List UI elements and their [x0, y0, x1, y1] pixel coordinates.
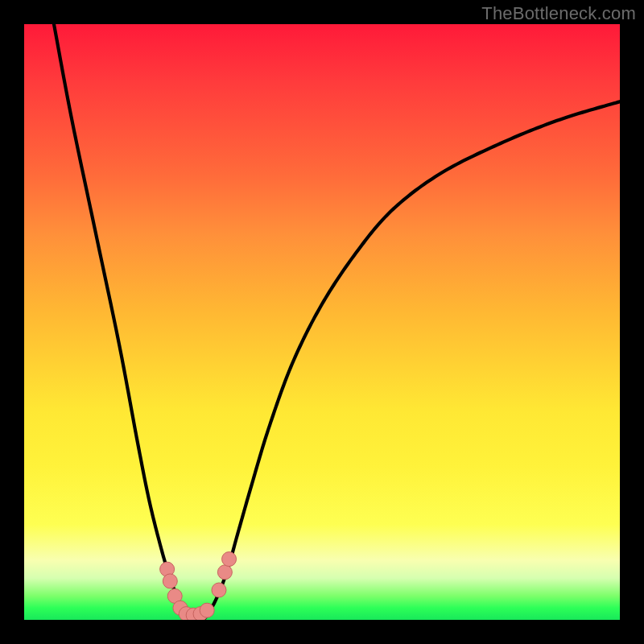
chart-svg	[24, 24, 620, 620]
data-marker	[222, 552, 237, 567]
data-marker	[217, 565, 232, 580]
plot-area	[24, 24, 620, 620]
bottleneck-curve	[54, 24, 620, 620]
marker-group	[160, 552, 237, 620]
data-marker	[200, 603, 214, 617]
chart-frame: TheBottleneck.com	[0, 0, 644, 644]
data-marker	[212, 583, 226, 597]
curve-path	[54, 24, 620, 620]
data-marker	[163, 574, 177, 588]
watermark-text: TheBottleneck.com	[481, 3, 636, 24]
